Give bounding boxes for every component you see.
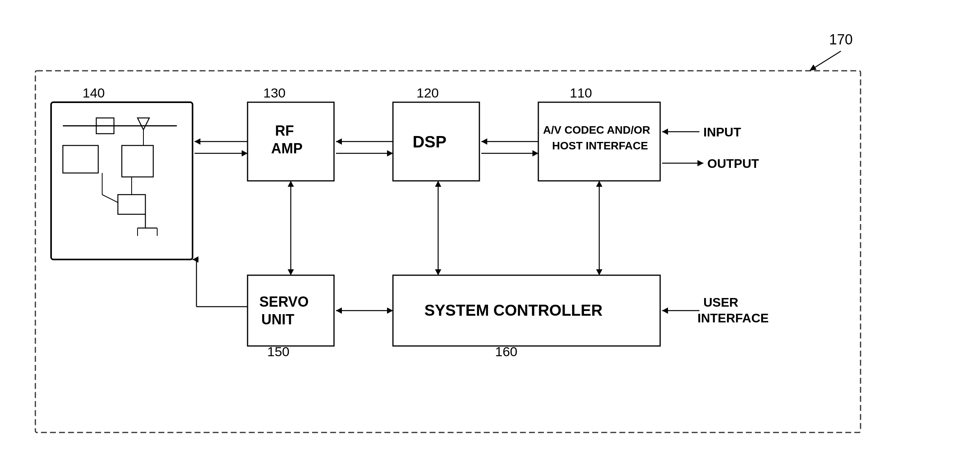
svg-text:INPUT: INPUT xyxy=(703,125,741,139)
svg-text:UNIT: UNIT xyxy=(261,311,294,327)
svg-text:140: 140 xyxy=(83,85,105,100)
svg-marker-62 xyxy=(596,269,602,275)
diagram-svg: 140 RF AMP 130 DSP 120 A/V CODEC AND/OR … xyxy=(24,31,951,448)
svg-text:SYSTEM CONTROLLER: SYSTEM CONTROLLER xyxy=(424,302,602,319)
svg-text:INTERFACE: INTERFACE xyxy=(697,311,769,325)
diagram-container: 170 140 RF xyxy=(24,31,951,448)
svg-text:160: 160 xyxy=(495,344,518,359)
svg-marker-48 xyxy=(532,150,538,156)
svg-text:110: 110 xyxy=(570,85,592,100)
svg-marker-40 xyxy=(336,138,342,145)
svg-text:150: 150 xyxy=(267,344,290,359)
svg-marker-60 xyxy=(435,181,441,187)
svg-text:DSP: DSP xyxy=(413,132,446,151)
svg-marker-56 xyxy=(288,269,294,275)
svg-marker-72 xyxy=(662,307,668,314)
svg-marker-53 xyxy=(697,160,703,166)
svg-text:HOST INTERFACE: HOST INTERFACE xyxy=(552,140,648,152)
svg-marker-44 xyxy=(242,150,248,156)
svg-text:OUTPUT: OUTPUT xyxy=(707,156,759,171)
svg-marker-67 xyxy=(193,256,198,263)
svg-text:RF: RF xyxy=(275,123,294,139)
svg-marker-38 xyxy=(481,138,487,145)
svg-text:A/V CODEC AND/OR: A/V CODEC AND/OR xyxy=(543,124,650,136)
svg-marker-70 xyxy=(336,307,342,314)
svg-marker-46 xyxy=(387,150,393,156)
svg-marker-59 xyxy=(435,269,441,275)
svg-marker-57 xyxy=(288,181,294,187)
svg-marker-1 xyxy=(809,64,817,71)
svg-marker-69 xyxy=(387,307,393,314)
svg-text:AMP: AMP xyxy=(271,140,303,156)
svg-rect-30 xyxy=(248,275,334,346)
svg-marker-42 xyxy=(195,138,200,145)
svg-marker-63 xyxy=(596,181,602,187)
svg-text:130: 130 xyxy=(263,85,286,100)
svg-text:120: 120 xyxy=(417,85,439,100)
svg-marker-50 xyxy=(662,129,668,135)
svg-text:SERVO: SERVO xyxy=(259,294,308,310)
svg-text:USER: USER xyxy=(703,295,738,309)
